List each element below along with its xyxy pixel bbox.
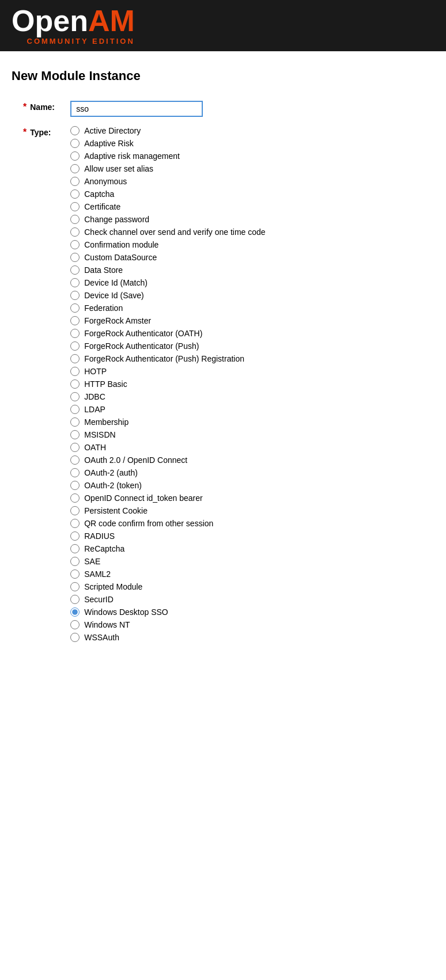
- radio-captcha[interactable]: [70, 189, 80, 199]
- label-active-directory[interactable]: Active Directory: [84, 126, 141, 135]
- label-adaptive-risk-management[interactable]: Adaptive risk management: [84, 151, 180, 161]
- radio-http-basic[interactable]: [70, 379, 80, 389]
- radio-sae[interactable]: [70, 557, 80, 566]
- radio-wssauth[interactable]: [70, 633, 80, 642]
- list-item: Device Id (Match): [70, 278, 265, 287]
- module-type-list: Active DirectoryAdaptive RiskAdaptive ri…: [70, 126, 265, 645]
- label-radius[interactable]: RADIUS: [84, 531, 115, 541]
- label-ldap[interactable]: LDAP: [84, 405, 105, 414]
- label-allow-user-set-alias[interactable]: Allow user set alias: [84, 164, 153, 173]
- label-oauth2-auth[interactable]: OAuth-2 (auth): [84, 468, 138, 477]
- radio-scripted-module[interactable]: [70, 582, 80, 591]
- label-custom-datasource[interactable]: Custom DataSource: [84, 253, 157, 262]
- label-federation[interactable]: Federation: [84, 303, 123, 313]
- label-windows-desktop-sso[interactable]: Windows Desktop SSO: [84, 607, 168, 617]
- label-sae[interactable]: SAE: [84, 557, 100, 566]
- list-item: ReCaptcha: [70, 544, 265, 553]
- radio-oauth2-openid[interactable]: [70, 455, 80, 465]
- radio-windows-desktop-sso[interactable]: [70, 607, 80, 617]
- label-oath[interactable]: OATH: [84, 443, 106, 452]
- name-required-indicator: *: [23, 102, 27, 112]
- list-item: LDAP: [70, 405, 265, 414]
- radio-oath[interactable]: [70, 443, 80, 452]
- label-jdbc[interactable]: JDBC: [84, 392, 105, 401]
- label-device-id-match[interactable]: Device Id (Match): [84, 278, 148, 287]
- radio-allow-user-set-alias[interactable]: [70, 164, 80, 173]
- radio-openid-connect-token[interactable]: [70, 493, 80, 503]
- radio-forgerock-amster[interactable]: [70, 316, 80, 325]
- label-oauth2-token[interactable]: OAuth-2 (token): [84, 481, 142, 490]
- radio-active-directory[interactable]: [70, 126, 80, 135]
- radio-jdbc[interactable]: [70, 392, 80, 401]
- type-required-indicator: *: [23, 127, 27, 138]
- label-device-id-save[interactable]: Device Id (Save): [84, 291, 143, 300]
- radio-change-password[interactable]: [70, 215, 80, 224]
- label-wssauth[interactable]: WSSAuth: [84, 633, 119, 642]
- label-forgerock-authenticator-push-reg[interactable]: ForgeRock Authenticator (Push) Registrat…: [84, 354, 244, 363]
- list-item: Persistent Cookie: [70, 506, 265, 515]
- radio-forgerock-authenticator-oath[interactable]: [70, 329, 80, 338]
- radio-forgerock-authenticator-push[interactable]: [70, 341, 80, 351]
- radio-certificate[interactable]: [70, 202, 80, 211]
- label-openid-connect-token[interactable]: OpenID Connect id_token bearer: [84, 493, 202, 503]
- radio-radius[interactable]: [70, 531, 80, 541]
- radio-device-id-save[interactable]: [70, 291, 80, 300]
- radio-anonymous[interactable]: [70, 177, 80, 186]
- label-forgerock-authenticator-oath[interactable]: ForgeRock Authenticator (OATH): [84, 329, 202, 338]
- radio-qr-code-confirm[interactable]: [70, 519, 80, 528]
- label-msisdn[interactable]: MSISDN: [84, 430, 115, 439]
- label-persistent-cookie[interactable]: Persistent Cookie: [84, 506, 148, 515]
- list-item: Adaptive risk management: [70, 151, 265, 161]
- radio-persistent-cookie[interactable]: [70, 506, 80, 515]
- label-forgerock-authenticator-push[interactable]: ForgeRock Authenticator (Push): [84, 341, 199, 351]
- label-oauth2-openid[interactable]: OAuth 2.0 / OpenID Connect: [84, 455, 187, 465]
- radio-data-store[interactable]: [70, 265, 80, 275]
- label-certificate[interactable]: Certificate: [84, 202, 120, 211]
- name-input[interactable]: [70, 101, 203, 117]
- label-adaptive-risk[interactable]: Adaptive Risk: [84, 139, 134, 148]
- label-windows-nt[interactable]: Windows NT: [84, 620, 130, 629]
- radio-federation[interactable]: [70, 303, 80, 313]
- label-data-store[interactable]: Data Store: [84, 265, 123, 275]
- label-saml2[interactable]: SAML2: [84, 569, 111, 579]
- radio-msisdn[interactable]: [70, 430, 80, 439]
- label-hotp[interactable]: HOTP: [84, 367, 107, 376]
- radio-forgerock-authenticator-push-reg[interactable]: [70, 354, 80, 363]
- radio-adaptive-risk-management[interactable]: [70, 151, 80, 161]
- name-label: Name:: [30, 102, 65, 112]
- radio-recaptcha[interactable]: [70, 544, 80, 553]
- radio-oauth2-token[interactable]: [70, 481, 80, 490]
- label-qr-code-confirm[interactable]: QR code confirm from other session: [84, 519, 213, 528]
- radio-securid[interactable]: [70, 595, 80, 604]
- label-anonymous[interactable]: Anonymous: [84, 177, 127, 186]
- label-securid[interactable]: SecurID: [84, 595, 114, 604]
- label-confirmation-module[interactable]: Confirmation module: [84, 240, 158, 249]
- list-item: Confirmation module: [70, 240, 265, 249]
- list-item: Check channel over send and verify one t…: [70, 227, 265, 237]
- list-item: Device Id (Save): [70, 291, 265, 300]
- radio-ldap[interactable]: [70, 405, 80, 414]
- label-scripted-module[interactable]: Scripted Module: [84, 582, 142, 591]
- radio-device-id-match[interactable]: [70, 278, 80, 287]
- label-recaptcha[interactable]: ReCaptcha: [84, 544, 124, 553]
- radio-adaptive-risk[interactable]: [70, 139, 80, 148]
- radio-custom-datasource[interactable]: [70, 253, 80, 262]
- label-captcha[interactable]: Captcha: [84, 189, 114, 199]
- radio-oauth2-auth[interactable]: [70, 468, 80, 477]
- list-item: Data Store: [70, 265, 265, 275]
- radio-confirmation-module[interactable]: [70, 240, 80, 249]
- list-item: OAuth-2 (token): [70, 481, 265, 490]
- label-membership[interactable]: Membership: [84, 417, 128, 427]
- radio-saml2[interactable]: [70, 569, 80, 579]
- list-item: Windows Desktop SSO: [70, 607, 265, 617]
- radio-windows-nt[interactable]: [70, 620, 80, 629]
- label-change-password[interactable]: Change password: [84, 215, 149, 224]
- radio-hotp[interactable]: [70, 367, 80, 376]
- label-check-channel[interactable]: Check channel over send and verify one t…: [84, 227, 265, 237]
- label-http-basic[interactable]: HTTP Basic: [84, 379, 127, 389]
- app-logo: OpenAM COMMUNITY EDITION: [12, 6, 135, 45]
- label-forgerock-amster[interactable]: ForgeRock Amster: [84, 316, 151, 325]
- radio-check-channel[interactable]: [70, 227, 80, 237]
- app-header: OpenAM COMMUNITY EDITION: [0, 0, 446, 51]
- radio-membership[interactable]: [70, 417, 80, 427]
